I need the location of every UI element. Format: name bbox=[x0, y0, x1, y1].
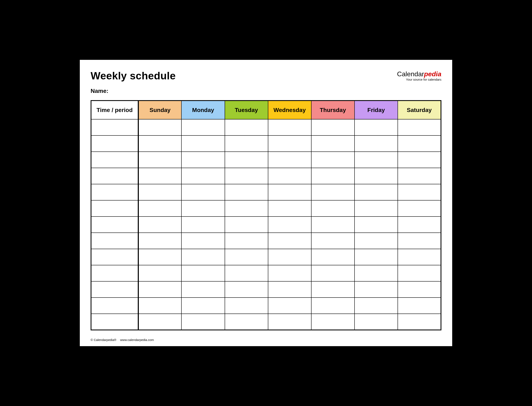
schedule-cell bbox=[138, 297, 182, 314]
schedule-table: Time / periodSundayMondayTuesdayWednesda… bbox=[91, 100, 441, 330]
schedule-cell bbox=[138, 217, 182, 233]
schedule-cell bbox=[138, 233, 182, 249]
schedule-cell bbox=[311, 281, 355, 297]
schedule-cell bbox=[182, 119, 225, 136]
table-header-row: Time / periodSundayMondayTuesdayWednesda… bbox=[91, 101, 441, 119]
schedule-cell bbox=[138, 265, 182, 281]
schedule-cell bbox=[355, 281, 398, 297]
time-cell bbox=[91, 233, 138, 249]
schedule-cell bbox=[225, 233, 268, 249]
table-row bbox=[91, 249, 441, 265]
schedule-cell bbox=[311, 168, 355, 184]
table-row bbox=[91, 168, 441, 184]
schedule-cell bbox=[355, 217, 398, 233]
table-row bbox=[91, 200, 441, 217]
schedule-cell bbox=[355, 152, 398, 168]
table-row bbox=[91, 281, 441, 297]
schedule-cell bbox=[268, 217, 311, 233]
schedule-cell bbox=[398, 119, 441, 136]
header: Weekly schedule Calendarpedia Your sourc… bbox=[91, 70, 441, 82]
brand-block: Calendarpedia Your source for calendars bbox=[397, 70, 441, 81]
schedule-cell bbox=[398, 152, 441, 168]
schedule-cell bbox=[355, 314, 398, 330]
schedule-cell bbox=[268, 281, 311, 297]
schedule-cell bbox=[268, 152, 311, 168]
schedule-cell bbox=[355, 184, 398, 200]
schedule-cell bbox=[398, 249, 441, 265]
schedule-cell bbox=[138, 136, 182, 152]
schedule-cell bbox=[398, 233, 441, 249]
schedule-cell bbox=[311, 152, 355, 168]
page: Weekly schedule Calendarpedia Your sourc… bbox=[80, 60, 452, 346]
schedule-cell bbox=[398, 314, 441, 330]
time-cell bbox=[91, 314, 138, 330]
schedule-cell bbox=[355, 136, 398, 152]
table-row bbox=[91, 184, 441, 200]
footer-url: www.calendarpedia.com bbox=[120, 338, 154, 341]
schedule-cell bbox=[398, 281, 441, 297]
schedule-cell bbox=[225, 168, 268, 184]
column-header-wednesday: Wednesday bbox=[268, 101, 311, 119]
time-cell bbox=[91, 217, 138, 233]
table-row bbox=[91, 217, 441, 233]
schedule-cell bbox=[225, 152, 268, 168]
schedule-cell bbox=[355, 200, 398, 217]
table-row bbox=[91, 314, 441, 330]
column-header-tuesday: Tuesday bbox=[225, 101, 268, 119]
schedule-cell bbox=[355, 265, 398, 281]
time-cell bbox=[91, 249, 138, 265]
schedule-cell bbox=[268, 136, 311, 152]
schedule-cell bbox=[138, 314, 182, 330]
time-cell bbox=[91, 168, 138, 184]
column-header-sunday: Sunday bbox=[138, 101, 182, 119]
schedule-cell bbox=[311, 119, 355, 136]
schedule-cell bbox=[398, 265, 441, 281]
table-row bbox=[91, 233, 441, 249]
schedule-cell bbox=[225, 297, 268, 314]
schedule-cell bbox=[138, 281, 182, 297]
schedule-cell bbox=[398, 217, 441, 233]
time-cell bbox=[91, 136, 138, 152]
schedule-cell bbox=[355, 297, 398, 314]
schedule-cell bbox=[225, 119, 268, 136]
schedule-cell bbox=[398, 200, 441, 217]
schedule-cell bbox=[182, 217, 225, 233]
schedule-cell bbox=[182, 184, 225, 200]
column-header-thursday: Thursday bbox=[311, 101, 355, 119]
schedule-cell bbox=[268, 184, 311, 200]
schedule-cell bbox=[311, 265, 355, 281]
schedule-cell bbox=[225, 265, 268, 281]
schedule-cell bbox=[182, 265, 225, 281]
page-title: Weekly schedule bbox=[91, 70, 176, 82]
schedule-cell bbox=[182, 168, 225, 184]
schedule-cell bbox=[398, 297, 441, 314]
schedule-cell bbox=[355, 249, 398, 265]
schedule-cell bbox=[138, 152, 182, 168]
schedule-cell bbox=[398, 184, 441, 200]
schedule-cell bbox=[225, 217, 268, 233]
schedule-cell bbox=[225, 136, 268, 152]
schedule-cell bbox=[182, 249, 225, 265]
schedule-cell bbox=[311, 200, 355, 217]
brand-name-part1: Calendar bbox=[397, 70, 424, 78]
footer: © Calendarpedia® www.calendarpedia.com bbox=[91, 338, 154, 341]
schedule-cell bbox=[182, 152, 225, 168]
time-cell bbox=[91, 265, 138, 281]
footer-copyright: © Calendarpedia® bbox=[91, 338, 116, 341]
schedule-cell bbox=[182, 233, 225, 249]
schedule-cell bbox=[268, 297, 311, 314]
schedule-cell bbox=[225, 184, 268, 200]
schedule-cell bbox=[311, 233, 355, 249]
schedule-cell bbox=[182, 297, 225, 314]
time-cell bbox=[91, 281, 138, 297]
schedule-cell bbox=[311, 136, 355, 152]
schedule-cell bbox=[138, 200, 182, 217]
name-label: Name bbox=[91, 88, 109, 94]
schedule-cell bbox=[138, 249, 182, 265]
brand-tagline: Your source for calendars bbox=[397, 78, 441, 81]
schedule-cell bbox=[355, 233, 398, 249]
schedule-cell bbox=[225, 200, 268, 217]
time-cell bbox=[91, 152, 138, 168]
table-row bbox=[91, 119, 441, 136]
column-header-time: Time / period bbox=[91, 101, 138, 119]
